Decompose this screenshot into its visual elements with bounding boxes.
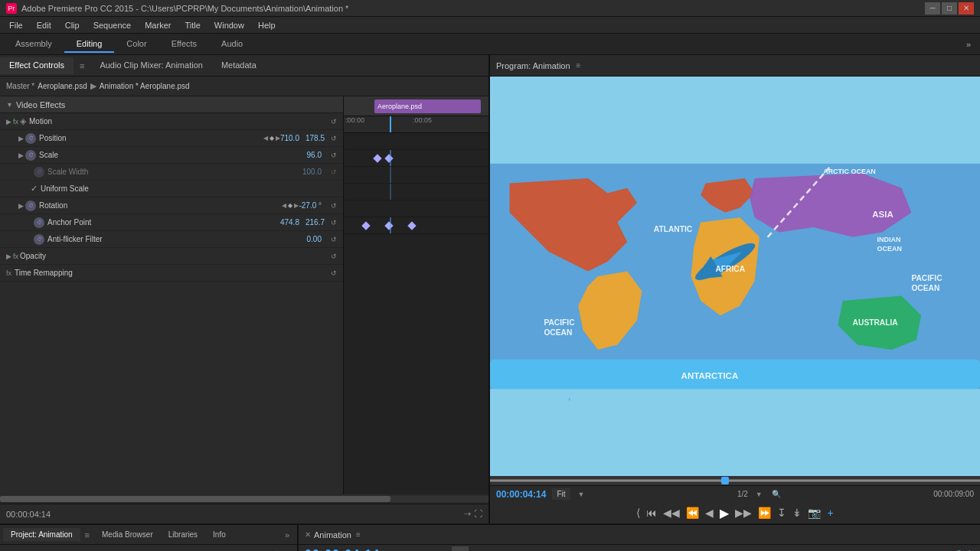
minimize-button[interactable]: ─	[925, 2, 940, 15]
tab-metadata[interactable]: Metadata	[212, 57, 266, 74]
rotation-value[interactable]: -27.0 °	[299, 201, 322, 210]
rotation-stopwatch-icon[interactable]: ⏱	[25, 201, 36, 211]
scale-value[interactable]: 96.0	[307, 151, 322, 159]
tab-media-browser[interactable]: Media Browser	[94, 528, 161, 541]
monitor-ratio-arrow[interactable]: ▼	[756, 491, 763, 498]
monitor-export-icon[interactable]: 📷	[808, 507, 821, 519]
tool-trim[interactable]: ◫	[432, 546, 449, 552]
tab-color[interactable]: Color	[114, 36, 158, 53]
monitor-add-button[interactable]: +	[827, 507, 833, 519]
monitor-mark-in-icon[interactable]: ⟨	[636, 507, 640, 519]
tab-project[interactable]: Project: Animation	[3, 528, 80, 541]
kf-rotation-3[interactable]	[407, 221, 416, 230]
time-remap-reset-icon[interactable]: ↺	[331, 269, 337, 277]
kf-diamond-2[interactable]	[384, 154, 393, 162]
menu-sequence[interactable]: Sequence	[87, 19, 138, 31]
monitor-prev-frame-icon[interactable]: ◀	[705, 507, 714, 519]
monitor-step-back-icon[interactable]: ⏮	[646, 507, 657, 519]
monitor-play-button[interactable]: ▶	[720, 506, 729, 520]
tab-effects[interactable]: Effects	[159, 36, 209, 53]
rotation-label: Rotation	[39, 201, 282, 210]
menu-file[interactable]: File	[3, 19, 29, 31]
monitor-fit-arrow[interactable]: ▼	[578, 491, 585, 498]
tab-assembly[interactable]: Assembly	[3, 36, 64, 53]
menu-title[interactable]: Title	[178, 19, 206, 31]
rotation-reset-icon[interactable]: ↺	[331, 202, 337, 210]
position-x-value[interactable]: 710.0	[280, 134, 299, 142]
timeline-close-icon[interactable]: ✕	[305, 530, 311, 539]
scrollbar-thumb[interactable]	[0, 496, 390, 502]
tab-libraries[interactable]: Libraries	[161, 528, 205, 541]
antiflicker-stopwatch-icon[interactable]: ⏱	[34, 234, 44, 245]
scale-reset-icon[interactable]: ↺	[331, 152, 337, 159]
project-menu-icon[interactable]: ≡	[80, 528, 94, 542]
monitor-go-end-icon[interactable]: ⏩	[758, 507, 771, 519]
rotation-prev-icon[interactable]: ◀	[282, 202, 286, 209]
monitor-overwrite-icon[interactable]: ↡	[792, 507, 802, 519]
tool-slip[interactable]: ⊞	[472, 546, 488, 552]
svg-text:PACIFIC: PACIFIC	[911, 274, 942, 282]
tab-audio-clip-mixer[interactable]: Audio Clip Mixer: Animation	[90, 57, 212, 74]
tool-pen[interactable]: ✏	[492, 546, 508, 552]
monitor-zoom-icon[interactable]: 🔍	[772, 490, 781, 498]
tool-select[interactable]: ↖	[392, 546, 409, 552]
monitor-progress-bar[interactable]	[490, 476, 980, 485]
timeline-timecode[interactable]: 00:00:04:14	[305, 548, 380, 552]
opacity-expand-icon[interactable]: ▶	[6, 253, 11, 260]
motion-reset-icon[interactable]: ↺	[331, 118, 337, 126]
menu-edit[interactable]: Edit	[31, 19, 57, 31]
antiflicker-reset-icon[interactable]: ↺	[331, 236, 337, 243]
menu-window[interactable]: Window	[208, 19, 250, 31]
anchor-x-value[interactable]: 474.8	[280, 218, 299, 227]
project-more-icon[interactable]: »	[280, 528, 294, 542]
anchor-stopwatch-icon[interactable]: ⏱	[34, 217, 44, 228]
kf-diamond-1[interactable]	[373, 154, 381, 162]
scale-expand-icon[interactable]: ▶	[18, 152, 24, 159]
timeline-menu-icon[interactable]: ≡	[356, 530, 361, 539]
menu-marker[interactable]: Marker	[139, 19, 177, 31]
settings-icon[interactable]: ⛶	[474, 509, 482, 519]
tool-razor[interactable]: ✦	[452, 546, 469, 552]
position-reset-icon[interactable]: ↺	[331, 135, 337, 142]
position-expand-icon[interactable]: ▶	[18, 135, 24, 142]
motion-expand-icon[interactable]: ▶	[6, 118, 11, 126]
effect-controls-menu-icon[interactable]: ≡	[74, 58, 90, 73]
scale-stopwatch-icon[interactable]: ⏱	[25, 150, 36, 161]
scale-width-value[interactable]: 100.0	[302, 168, 322, 176]
position-prev-icon[interactable]: ◀	[263, 135, 268, 142]
menu-help[interactable]: Help	[252, 19, 282, 31]
scale-width-reset-icon[interactable]: ↺	[331, 168, 337, 176]
svg-text:OCEAN: OCEAN	[877, 245, 902, 253]
position-stopwatch-icon[interactable]: ⏱	[25, 133, 36, 144]
maximize-button[interactable]: □	[942, 2, 957, 15]
kf-rotation-1[interactable]	[361, 221, 370, 230]
rotation-expand-icon[interactable]: ▶	[18, 202, 24, 210]
tab-audio[interactable]: Audio	[209, 36, 255, 53]
antiflicker-value[interactable]: 0.00	[307, 235, 322, 243]
monitor-menu-icon[interactable]: ≡	[577, 61, 581, 70]
position-keyframe-icon[interactable]: ◆	[270, 135, 274, 142]
monitor-frame-back-icon[interactable]: ◀◀	[663, 507, 680, 519]
tab-effect-controls[interactable]: Effect Controls	[0, 57, 74, 74]
anchor-y-value[interactable]: 216.7	[305, 218, 325, 227]
progress-scrubber[interactable]	[721, 477, 729, 484]
workspace-more-button[interactable]: »	[960, 37, 977, 52]
anchor-reset-icon[interactable]: ↺	[331, 219, 337, 227]
monitor-fit-dropdown[interactable]: Fit	[552, 488, 570, 500]
monitor-insert-icon[interactable]: ↧	[777, 507, 786, 519]
tab-info[interactable]: Info	[205, 528, 234, 541]
close-button[interactable]: ✕	[959, 2, 974, 15]
rotation-keyframe-icon[interactable]: ◆	[288, 202, 292, 209]
position-y-value[interactable]: 178.5	[305, 134, 325, 142]
props-scrollbar[interactable]	[0, 496, 488, 502]
expand-icon[interactable]: ⇢	[464, 509, 471, 519]
menu-clip[interactable]: Clip	[59, 19, 86, 31]
tab-editing[interactable]: Editing	[64, 36, 115, 53]
kf-rotation-2[interactable]	[384, 221, 393, 230]
monitor-timecode[interactable]: 00:00:04:14	[496, 489, 546, 500]
monitor-go-start-icon[interactable]: ⏪	[686, 507, 699, 519]
monitor-next-frame-icon[interactable]: ▶▶	[735, 507, 752, 519]
tool-ripple[interactable]: ⇄	[412, 546, 429, 552]
opacity-reset-icon[interactable]: ↺	[331, 253, 337, 260]
scale-width-stopwatch-icon[interactable]: ⏱	[34, 167, 44, 178]
